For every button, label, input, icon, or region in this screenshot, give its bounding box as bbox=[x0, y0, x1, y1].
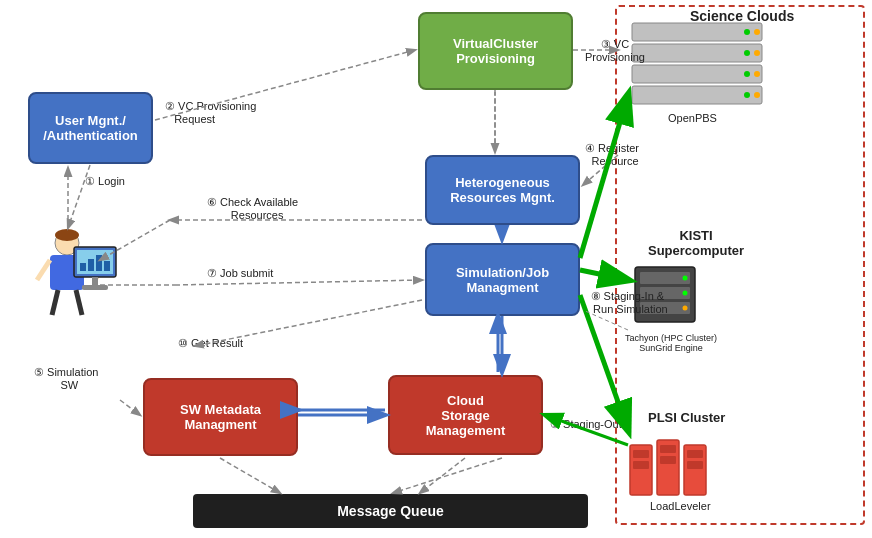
step5-label: ⑤ Simulation SW bbox=[34, 366, 98, 391]
vc-provisioning-box: VirtualClusterProvisioning bbox=[418, 12, 573, 90]
svg-point-24 bbox=[754, 71, 760, 77]
cloud-storage-box: CloudStorageManagement bbox=[388, 375, 543, 455]
svg-rect-35 bbox=[633, 450, 649, 458]
svg-rect-10 bbox=[88, 259, 94, 271]
svg-point-19 bbox=[744, 29, 750, 35]
main-diagram: Science Clouds VirtualClusterProvisionin… bbox=[0, 0, 872, 538]
svg-rect-17 bbox=[632, 65, 762, 83]
step3-label: ③ VCProvisioning bbox=[585, 38, 645, 63]
svg-rect-39 bbox=[660, 456, 676, 464]
step9-label: ⑨ Staging-Out bbox=[550, 418, 622, 431]
svg-line-3 bbox=[37, 260, 50, 280]
svg-line-63 bbox=[220, 458, 280, 493]
svg-rect-9 bbox=[80, 263, 86, 271]
svg-point-33 bbox=[683, 306, 688, 311]
svg-rect-36 bbox=[633, 461, 649, 469]
svg-line-51 bbox=[175, 280, 422, 285]
step6-label: ⑥ Check Available Resources bbox=[207, 196, 298, 221]
svg-rect-13 bbox=[92, 277, 98, 285]
svg-rect-11 bbox=[96, 255, 102, 271]
svg-point-1 bbox=[55, 229, 79, 241]
openpbs-label: OpenPBS bbox=[668, 112, 717, 124]
loadleveler-label: LoadLeveler bbox=[650, 500, 711, 512]
plsi-label: PLSI Cluster bbox=[648, 410, 725, 425]
svg-point-31 bbox=[683, 276, 688, 281]
svg-rect-16 bbox=[632, 44, 762, 62]
step10-label: ⑩ Get Result bbox=[178, 337, 243, 350]
svg-line-5 bbox=[52, 290, 58, 315]
sim-job-box: Simulation/JobManagment bbox=[425, 243, 580, 316]
svg-line-65 bbox=[393, 458, 502, 493]
svg-point-22 bbox=[754, 50, 760, 56]
svg-rect-12 bbox=[104, 261, 110, 271]
sungridelabel: Tachyon (HPC Cluster)SunGrid Engine bbox=[625, 333, 717, 353]
svg-point-23 bbox=[744, 71, 750, 77]
step4-label: ④ Register Resource bbox=[585, 142, 639, 167]
hetero-resources-box: HeterogeneousResources Mgnt. bbox=[425, 155, 580, 225]
svg-line-47 bbox=[120, 400, 140, 415]
openpbs-servers bbox=[622, 18, 782, 112]
step1-label: ① Login bbox=[85, 175, 125, 188]
svg-point-26 bbox=[754, 92, 760, 98]
svg-line-64 bbox=[420, 458, 465, 493]
svg-point-20 bbox=[754, 29, 760, 35]
step2-label: ② VC Provisioning Request bbox=[165, 100, 256, 125]
svg-rect-42 bbox=[687, 461, 703, 469]
svg-point-25 bbox=[744, 92, 750, 98]
svg-rect-18 bbox=[632, 86, 762, 104]
kisti-label: KISTISupercomputer bbox=[648, 228, 744, 258]
sw-metadata-box: SW MetadataManagment bbox=[143, 378, 298, 456]
svg-rect-38 bbox=[660, 445, 676, 453]
user-mgmt-box: User Mgnt.//Authentication bbox=[28, 92, 153, 164]
svg-point-32 bbox=[683, 291, 688, 296]
svg-point-21 bbox=[744, 50, 750, 56]
svg-rect-15 bbox=[632, 23, 762, 41]
plsi-servers bbox=[625, 435, 725, 504]
svg-rect-14 bbox=[82, 285, 108, 290]
step8-label: ⑧ Staging-In & Run Simulation bbox=[587, 290, 668, 315]
step7-label: ⑦ Job submit bbox=[207, 267, 273, 280]
svg-rect-41 bbox=[687, 450, 703, 458]
message-queue-box: Message Queue bbox=[193, 494, 588, 528]
computer-figure bbox=[72, 245, 122, 304]
